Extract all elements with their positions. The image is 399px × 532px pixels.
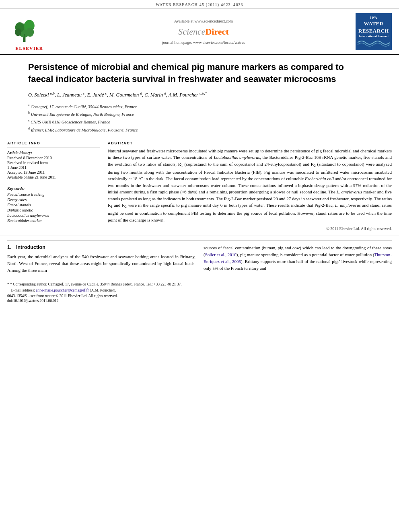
- keyword-2: Decay rates: [7, 197, 100, 202]
- footnote-star: *: [7, 282, 9, 286]
- accepted-date: Accepted 13 June 2011: [7, 170, 100, 175]
- corresponding-footnote: * * Corresponding author. Cemagref, 17, …: [7, 281, 392, 287]
- affiliation-b: b Université Européenne de Bretagne, Nor…: [28, 110, 371, 118]
- affiliations: a Cemagref, 17, avenue de Cucillé, 35044…: [28, 103, 371, 134]
- article-info-col: ARTICLE INFO Article history: Received 8…: [7, 141, 100, 231]
- wr-title: WATERRESEARCH: [357, 20, 390, 35]
- email-link[interactable]: anne-marie.pourcher@cemagref.fr: [36, 288, 89, 292]
- article-title: Persistence of microbial and chemical pi…: [28, 61, 371, 85]
- svg-point-4: [15, 28, 21, 36]
- intro-title: Introduction: [16, 244, 45, 250]
- email-footnote: E-mail address: anne-marie.pourcher@cema…: [7, 288, 392, 293]
- article-info-heading: ARTICLE INFO: [7, 141, 100, 145]
- elsevier-tree-icon: [13, 13, 45, 45]
- journal-bar: WATER RESEARCH 45 (2011) 4623–4633: [0, 0, 399, 9]
- sd-science-text: Science: [178, 27, 205, 37]
- water-research-logo: IWA WATERRESEARCH International Journal: [356, 13, 392, 51]
- email-label: E-mail address:: [11, 288, 35, 292]
- online-date: Available online 21 June 2011: [7, 175, 100, 179]
- affiliation-c: c CNRS UMR 6118 Géosciences Rennes, Fran…: [28, 118, 371, 125]
- wave-decoration-icon: [358, 39, 390, 47]
- sciencedirect-logo: ScienceDirect: [178, 27, 228, 37]
- header-center: Available at www.sciencedirect.com Scien…: [51, 19, 356, 45]
- affiliation-a: a Cemagref, 17, avenue de Cucillé, 35044…: [28, 103, 371, 110]
- keyword-3: Faecal stanols: [7, 203, 100, 207]
- elsevier-wordmark: ELSEVIER: [16, 46, 43, 51]
- wr-subtitle: International Journal: [357, 35, 390, 39]
- intro-right-text: sources of faecal contamination (human, …: [204, 244, 392, 272]
- corresponding-text: * Corresponding author. Cemagref, 17, av…: [10, 282, 181, 286]
- revised-label: Received in revised form: [7, 160, 100, 165]
- keyword-1: Faecal source tracking: [7, 192, 100, 197]
- affiliation-d: d Ifremer, EMP, Laboratoire de Microbiol…: [28, 126, 371, 134]
- front-matter-line: 0043-1354/$ – see front matter © 2011 El…: [7, 294, 392, 298]
- footer-section: * * Corresponding author. Cemagref, 17, …: [0, 278, 399, 304]
- intro-left-text: Each year, the microbial analyses of the…: [7, 253, 195, 274]
- keywords-divider: [7, 182, 100, 182]
- body-section: 1. Introduction Each year, the microbial…: [0, 240, 399, 278]
- keyword-5: Lactobacillus amylovorus: [7, 213, 100, 218]
- keywords-label: Keywords:: [7, 186, 100, 191]
- abstract-heading: ABSTRACT: [108, 141, 392, 145]
- available-at-text: Available at www.sciencedirect.com: [56, 19, 352, 23]
- abstract-text: Natural seawater and freshwater microcos…: [108, 148, 392, 223]
- sd-direct-text: Direct: [205, 27, 228, 37]
- introduction-heading: 1. Introduction: [7, 244, 195, 250]
- email-suffix: (A.M. Pourcher).: [90, 288, 116, 292]
- svg-point-5: [26, 28, 34, 37]
- article-title-section: Persistence of microbial and chemical pi…: [0, 55, 399, 137]
- authors: O. Solecki a,b, L. Jeanneau c, E. Jardé …: [28, 90, 371, 99]
- keyword-6: Bacteroidales marker: [7, 218, 100, 223]
- elsevier-logo: ELSEVIER: [7, 13, 51, 51]
- revised-date: 1 June 2011: [7, 165, 100, 170]
- doi-text: doi:10.1016/j.watres.2011.06.012: [7, 299, 59, 303]
- abstract-col: ABSTRACT Natural seawater and freshwater…: [108, 141, 392, 231]
- intro-number: 1.: [7, 244, 11, 250]
- body-right-col: sources of faecal contamination (human, …: [204, 244, 392, 274]
- iwa-label: IWA: [357, 16, 390, 20]
- received-date: Received 8 December 2010: [7, 156, 100, 160]
- copyright-line: © 2011 Elsevier Ltd. All rights reserved…: [108, 226, 392, 231]
- history-label: Article history:: [7, 150, 100, 155]
- keyword-4: Biphasic kinetic: [7, 208, 100, 212]
- header-area: ELSEVIER Available at www.sciencedirect.…: [0, 9, 399, 55]
- journal-homepage-text: journal homepage: www.elsevier.com/locat…: [56, 40, 352, 45]
- body-left-col: 1. Introduction Each year, the microbial…: [7, 244, 195, 274]
- journal-citation: WATER RESEARCH 45 (2011) 4623–4633: [156, 2, 243, 7]
- info-divider: [7, 148, 100, 148]
- info-abstract-section: ARTICLE INFO Article history: Received 8…: [0, 137, 399, 236]
- doi-line: doi:10.1016/j.watres.2011.06.012: [7, 299, 392, 303]
